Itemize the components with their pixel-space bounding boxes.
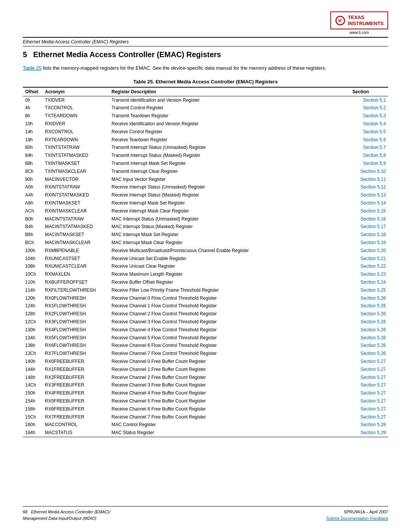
cell-description: Receive Interrupt Status (Masked) Regist… (109, 191, 350, 199)
footer-page-number: 68 (23, 510, 27, 514)
section-link[interactable]: Section 5.7 (363, 145, 386, 150)
section-link[interactable]: Section 5.20 (360, 248, 386, 253)
cell-description: Receive Channel 0 Free Buffer Count Regi… (109, 358, 350, 366)
cell-acronym: RX1FREEBUFFER (43, 366, 109, 374)
cell-acronym: RX3FLOWTHRESH (43, 318, 109, 326)
section-link[interactable]: Section 5.29 (360, 430, 386, 435)
cell-offset: 80h (23, 144, 43, 152)
cell-acronym: TXCONTROL (43, 104, 109, 112)
cell-offset: 158h (23, 405, 43, 413)
cell-acronym: RXIDVER (43, 120, 109, 128)
section-link[interactable]: Section 5.27 (360, 359, 386, 364)
cell-offset: 0h (23, 96, 43, 104)
cell-offset: A0h (23, 183, 43, 191)
section-link[interactable]: Section 5.26 (360, 335, 386, 340)
cell-acronym: RX4FLOWTHRESH (43, 326, 109, 334)
section-link[interactable]: Section 5.27 (360, 414, 386, 420)
cell-section: Section 5.20 (350, 247, 388, 255)
section-link[interactable]: Section 5.27 (360, 398, 386, 404)
section-link[interactable]: Section 5.28 (360, 422, 386, 427)
table-row: 15ChRX7FREEBUFFERReceive Channel 7 Free … (23, 413, 388, 421)
table-row: 164hMACSTATUSMAC Status RegisterSection … (23, 429, 388, 437)
cell-description: Receive Channel 4 Free Buffer Count Regi… (109, 389, 350, 397)
table-row: 10ChRXMAXLENReceive Maximum Length Regis… (23, 270, 388, 278)
section-link[interactable]: Section 5.18 (360, 232, 386, 237)
section-link[interactable]: Section 5.22 (360, 264, 386, 269)
header-acronym: Acronym (43, 87, 109, 96)
cell-acronym: RXMBPENABLE (43, 247, 109, 255)
cell-section: Section 5.26 (350, 318, 388, 326)
cell-description: Receive Channel 5 Free Buffer Count Regi… (109, 397, 350, 405)
section-link[interactable]: Section 5.12 (360, 184, 386, 190)
table-row: A4hRXINTSTATMASKEDReceive Interrupt Stat… (23, 191, 388, 199)
cell-section: Section 5.12 (350, 183, 388, 191)
section-link[interactable]: Section 5.13 (360, 192, 386, 198)
table-row: 0hTXIDVERTransmit Identification and Ver… (23, 96, 388, 104)
cell-offset: 18h (23, 136, 43, 144)
section-link[interactable]: Section 5.27 (360, 382, 386, 388)
table-row: 134hRX5FLOWTHRESHReceive Channel 5 Flow … (23, 334, 388, 342)
section-link[interactable]: Section 5.27 (360, 390, 386, 396)
section-link[interactable]: Section 5.4 (363, 121, 386, 126)
section-link[interactable]: Section 5.26 (360, 303, 386, 308)
cell-description: MAC Control Register (109, 421, 350, 429)
section-link[interactable]: Section 5.27 (360, 406, 386, 412)
cell-description: Receive Channel 3 Free Buffer Count Regi… (109, 381, 350, 389)
section-link[interactable]: Section 5.23 (360, 272, 386, 277)
cell-offset: 144h (23, 366, 43, 374)
page: TexasInstruments www.ti.com Ethernet Med… (0, 0, 411, 532)
section-link[interactable]: Section 5.6 (363, 137, 386, 142)
cell-acronym: TXINTSTATMASKED (43, 152, 109, 160)
section-link[interactable]: Section 5.26 (360, 296, 386, 301)
section-link[interactable]: Section 5.15 (360, 208, 386, 214)
section-link[interactable]: Section 5.14 (360, 200, 386, 206)
section-link[interactable]: Section 5.26 (360, 351, 386, 356)
cell-section: Section 5.13 (350, 191, 388, 199)
cell-description: Receive Channel 0 Flow Control Threshold… (109, 294, 350, 302)
section-link[interactable]: Section 5.3 (363, 113, 386, 118)
section-link[interactable]: Section 5.27 (360, 367, 386, 372)
table-row: 110hRXBUFFEROFFSETReceive Buffer Offset … (23, 278, 388, 286)
cell-section: Section 5.27 (350, 413, 388, 421)
header-section: Section (350, 87, 388, 96)
cell-section: Section 5.27 (350, 358, 388, 366)
section-link[interactable]: Section 5.5 (363, 129, 386, 134)
section-link[interactable]: Section 5.26 (360, 311, 386, 316)
section-link[interactable]: Section 5.10 (360, 169, 386, 174)
section-link[interactable]: Section 5.26 (360, 319, 386, 324)
section-link[interactable]: Section 5.8 (363, 153, 386, 158)
section-link[interactable]: Section 5.11 (360, 177, 386, 182)
cell-section: Section 5.26 (350, 294, 388, 302)
section-link[interactable]: Section 5.1 (363, 97, 386, 103)
cell-description: MAC Interrupt Mask Set Register (109, 231, 350, 239)
cell-section: Section 5.26 (350, 310, 388, 318)
section-link[interactable]: Section 5.17 (360, 224, 386, 229)
cell-description: Receive Channel 7 Free Buffer Count Regi… (109, 413, 350, 421)
cell-offset: 150h (23, 389, 43, 397)
cell-offset: 8h (23, 112, 43, 120)
submit-feedback-link[interactable]: Submit Documentation Feedback (326, 516, 388, 521)
cell-section: Section 5.27 (350, 389, 388, 397)
table-row: 88hTXINTMASKSETTransmit Interrupt Mask S… (23, 160, 388, 168)
cell-section: Section 5.1 (350, 96, 388, 104)
section-link[interactable]: Section 5.21 (360, 256, 386, 261)
table-row: B0hMACINTSTATRAWMAC Interrupt Status (Un… (23, 215, 388, 223)
cell-description: MAC Interrupt Status (Unmasked) Register (109, 215, 350, 223)
intro-paragraph: Table 25 lists the memory-mapped registe… (23, 64, 388, 72)
section-link[interactable]: Section 5.25 (360, 288, 386, 293)
section-link[interactable]: Section 5.16 (360, 216, 386, 222)
table-25-link[interactable]: Table 25 (23, 65, 41, 71)
cell-section: Section 5.26 (350, 326, 388, 334)
table-row: 8ChTXINTMASKCLEARTransmit Interrupt Clea… (23, 168, 388, 176)
section-link[interactable]: Section 5.27 (360, 375, 386, 380)
cell-description: Receive Channel 4 Flow Control Threshold… (109, 326, 350, 334)
section-link[interactable]: Section 5.24 (360, 280, 386, 285)
section-link[interactable]: Section 5.2 (363, 105, 386, 110)
section-link[interactable]: Section 5.26 (360, 343, 386, 348)
cell-acronym: RX1FLOWTHRESH (43, 302, 109, 310)
section-link[interactable]: Section 5.9 (363, 161, 386, 166)
cell-description: Transmit Interrupt Status (Unmasked) Reg… (109, 144, 350, 152)
section-link[interactable]: Section 5.26 (360, 327, 386, 332)
section-link[interactable]: Section 5.19 (360, 240, 386, 245)
header-offset: Offset (23, 87, 43, 96)
